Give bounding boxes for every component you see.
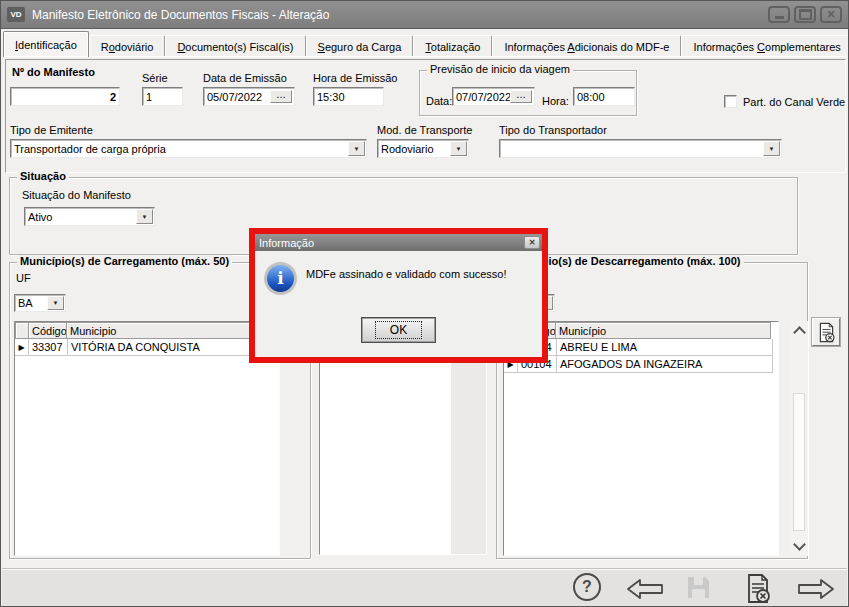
document-delete-icon — [817, 322, 836, 343]
hora-emissao-label: Hora de Emissão — [313, 72, 397, 84]
manifesto-number-field[interactable]: 2 — [10, 87, 120, 106]
ellipsis-icon: … — [516, 92, 526, 98]
col-municipio-header: Município — [555, 322, 771, 339]
grid-indicator-header — [15, 322, 29, 339]
tab-seguro-da-carga[interactable]: Seguro da Carga — [306, 35, 414, 57]
close-icon: ✕ — [826, 8, 835, 21]
minimize-button[interactable] — [768, 6, 790, 23]
window-titlebar: VD Manifesto Eletrônico de Documentos Fi… — [1, 1, 848, 29]
hora-emissao-field[interactable]: 15:30 — [313, 87, 384, 106]
ok-button[interactable]: OK — [361, 317, 436, 343]
dialog-body: i MDFe assinado e validado com sucesso! … — [255, 251, 542, 357]
dialog-message: MDFe assinado e validado com sucesso! — [306, 268, 507, 280]
tab-rodoviario[interactable]: Rodoviário — [89, 35, 166, 57]
previsao-hora-label: Hora: — [542, 95, 569, 107]
dialog-titlebar: Informação ✕ — [255, 234, 542, 251]
maximize-button[interactable] — [794, 6, 816, 23]
dialog-highlight: Informação ✕ i MDFe assinado e validado … — [249, 228, 548, 363]
data-emissao-field[interactable]: 05/07/2022 … — [203, 87, 295, 106]
previsao-data-label: Data: — [426, 95, 452, 107]
dialog-title: Informação — [259, 237, 524, 249]
tipo-transportador-combobox[interactable]: ▼ — [499, 139, 782, 158]
uf-label: UF — [16, 272, 31, 284]
bottom-toolbar — [2, 568, 847, 607]
mod-transporte-combobox[interactable]: Rodoviario ▼ — [377, 139, 469, 158]
minimize-icon — [775, 16, 784, 19]
save-diskette-icon — [685, 574, 712, 601]
close-button[interactable]: ✕ — [820, 6, 842, 23]
identification-panel: Nº do Manifesto 2 Série 1 Data de Emissã… — [5, 59, 846, 173]
data-emissao-picker-button[interactable]: … — [270, 90, 292, 103]
canal-verde-label: Part. do Canal Verde — [743, 96, 845, 108]
table-row[interactable]: ▶ 33307 VITÓRIA DA CONQUISTA — [15, 339, 279, 356]
chevron-down-icon: ▼ — [136, 209, 153, 224]
data-emissao-label: Data de Emissão — [203, 72, 287, 84]
arrow-left-icon — [625, 578, 665, 600]
tipo-emitente-label: Tipo de Emitente — [10, 124, 93, 136]
window-title: Manifesto Eletrônico de Documentos Fisca… — [32, 8, 764, 22]
remove-municipio-button[interactable] — [812, 318, 840, 346]
previsao-data-field[interactable]: 07/07/2022 … — [452, 87, 535, 106]
chevron-down-icon: ▼ — [348, 141, 365, 156]
tab-informacoes-complementares[interactable]: Informações Complementares — [681, 35, 849, 57]
dialog-close-button[interactable]: ✕ — [524, 236, 540, 249]
cell-municipio: VITÓRIA DA CONQUISTA — [68, 339, 254, 356]
cell-codigo: 33307 — [29, 339, 68, 356]
save-button-disabled[interactable] — [685, 574, 712, 601]
help-icon: ? — [582, 578, 592, 596]
row-indicator-icon: ▶ — [15, 339, 29, 356]
cell-municipio: ABREU E LIMA — [557, 339, 773, 356]
carregamento-title: Município(s) de Carregamento (máx. 50) — [17, 255, 232, 267]
close-icon: ✕ — [529, 238, 536, 247]
help-button[interactable]: ? — [573, 573, 601, 601]
grid-header-row: Código Municipio — [15, 322, 279, 339]
chevron-down-icon: ▼ — [47, 296, 64, 310]
uf-carregamento-combobox[interactable]: BA ▼ — [14, 294, 66, 312]
cell-municipio: AFOGADOS DA INGAZEIRA — [557, 356, 773, 373]
chevron-down-icon: ▼ — [763, 141, 780, 156]
maximize-icon — [799, 9, 812, 20]
serie-label: Série — [142, 72, 168, 84]
canal-verde-checkbox[interactable] — [724, 95, 737, 108]
tipo-transportador-label: Tipo do Transportador — [499, 124, 607, 136]
serie-field[interactable]: 1 — [142, 87, 183, 106]
descarregamento-scrollbar[interactable] — [791, 321, 808, 556]
previous-button[interactable] — [623, 578, 667, 600]
previsao-groupbox: Previsão de inicio da viagem Data: 07/07… — [419, 70, 637, 116]
tipo-emitente-combobox[interactable]: Transportador de carga própria ▼ — [10, 139, 367, 158]
tab-identificacao[interactable]: Identificação — [3, 31, 89, 57]
tab-documentos-fiscais[interactable]: Documento(s) Fiscal(is) — [165, 35, 305, 57]
next-button[interactable] — [794, 578, 838, 600]
cancel-document-button[interactable] — [744, 572, 772, 604]
col-codigo-header: Código — [28, 322, 67, 339]
carregamento-grid[interactable]: Código Municipio ▶ 33307 VITÓRIA DA CONQ… — [14, 321, 280, 556]
situacao-manifesto-label: Situação do Manifesto — [22, 189, 131, 201]
previsao-data-picker-button[interactable]: … — [510, 90, 532, 103]
manifesto-number-label: Nº do Manifesto — [12, 66, 95, 78]
tab-totalizacao[interactable]: Totalização — [413, 35, 492, 57]
situacao-combobox[interactable]: Ativo ▼ — [24, 207, 155, 226]
col-municipio-header: Municipio — [66, 322, 252, 339]
info-icon: i — [264, 262, 297, 295]
mod-transporte-label: Mod. de Transporte — [377, 124, 472, 136]
tab-informacoes-adicionais[interactable]: Informações Adicionais do MDF-e — [492, 35, 681, 57]
chevron-down-icon: ▼ — [450, 141, 467, 156]
app-icon: VD — [7, 7, 25, 22]
tab-bar: Identificação Rodoviário Documento(s) Fi… — [3, 31, 846, 57]
scroll-up-icon[interactable] — [793, 326, 806, 339]
scrollbar-thumb[interactable] — [793, 393, 805, 531]
previsao-title: Previsão de inicio da viagem — [427, 63, 573, 75]
arrow-right-icon — [796, 578, 836, 600]
previsao-hora-field[interactable]: 08:00 — [573, 87, 635, 106]
ellipsis-icon: … — [276, 92, 286, 98]
app-window: VD Manifesto Eletrônico de Documentos Fi… — [0, 0, 849, 607]
situacao-title: Situação — [17, 170, 69, 182]
document-delete-icon — [744, 573, 772, 604]
tab-page-top-edge — [3, 56, 846, 57]
scroll-down-icon[interactable] — [793, 538, 806, 551]
